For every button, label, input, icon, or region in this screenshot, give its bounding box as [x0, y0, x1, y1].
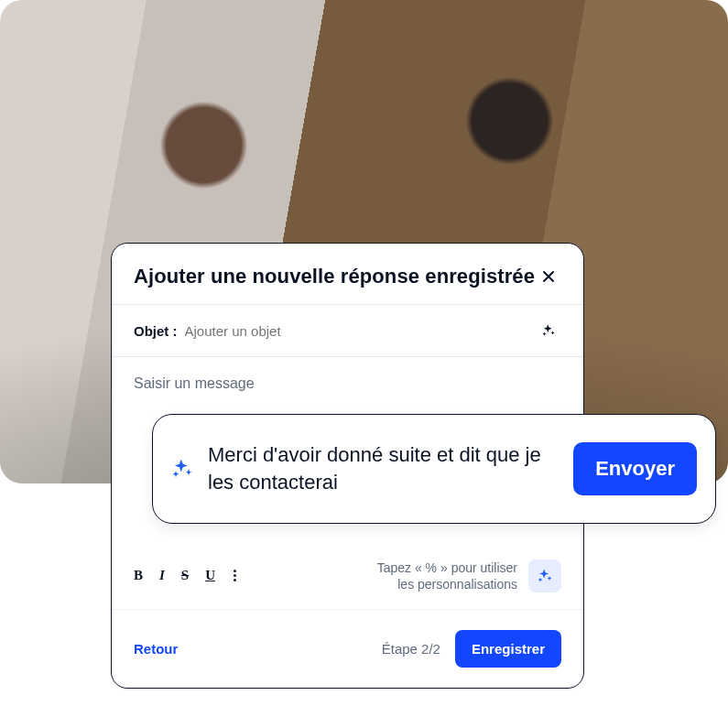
close-button[interactable] [536, 264, 561, 289]
personalization-hint-text: Tapez « % » pour utiliser les personnali… [377, 559, 517, 592]
modal-header: Ajouter une nouvelle réponse enregistrée [112, 244, 583, 304]
bold-button[interactable]: B [134, 568, 143, 583]
back-button[interactable]: Retour [134, 641, 178, 657]
save-button[interactable]: Enregistrer [455, 630, 561, 668]
subject-row: Objet : [112, 305, 583, 356]
close-icon [541, 269, 556, 284]
subject-input[interactable] [185, 323, 529, 339]
format-row: B I S U Tapez « % » pour utiliser les pe… [112, 559, 583, 592]
strikethrough-button[interactable]: S [181, 568, 189, 583]
ai-assist-button[interactable] [528, 559, 561, 592]
sparkle-icon [540, 322, 557, 339]
send-button[interactable]: Envoyer [573, 442, 697, 495]
ai-suggestion-card: Merci d'avoir donné suite et dit que je … [152, 414, 716, 524]
ai-suggest-subject-button[interactable] [536, 318, 561, 343]
personalization-hint: Tapez « % » pour utiliser les personnali… [377, 559, 561, 592]
body-placeholder: Saisir un message [134, 375, 561, 392]
format-toolbar: B I S U [134, 568, 238, 583]
message-body-area[interactable]: Saisir un message [112, 357, 583, 395]
sparkle-icon [536, 567, 554, 585]
modal-footer: Retour Étape 2/2 Enregistrer [112, 609, 583, 688]
suggestion-text: Merci d'avoir donné suite et dit que je … [208, 441, 560, 495]
underline-button[interactable]: U [205, 568, 215, 583]
sparkle-icon [169, 456, 195, 482]
more-format-button[interactable] [232, 570, 238, 581]
subject-label: Objet : [134, 323, 178, 339]
italic-button[interactable]: I [159, 568, 165, 583]
modal-title: Ajouter une nouvelle réponse enregistrée [134, 265, 535, 288]
step-indicator: Étape 2/2 [382, 641, 440, 657]
